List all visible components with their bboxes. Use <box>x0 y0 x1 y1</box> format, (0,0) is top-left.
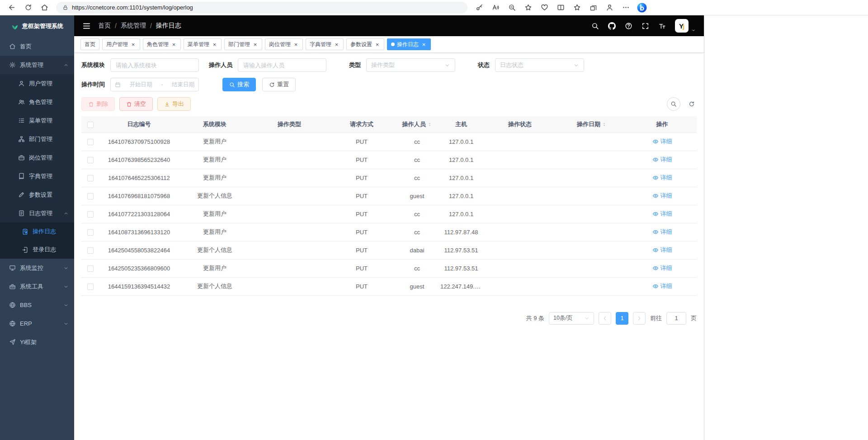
tab[interactable]: 菜单管理 × <box>184 38 222 50</box>
sidebar-item[interactable]: 部门管理 <box>0 130 74 148</box>
table-header-cell[interactable]: 主机 <box>439 116 484 132</box>
help-icon[interactable] <box>625 22 632 30</box>
home-button[interactable] <box>36 1 52 14</box>
sidebar-item[interactable]: 系统监控 <box>0 259 74 277</box>
table-header-cell[interactable]: 系统模块 <box>179 116 251 132</box>
sidebar-item[interactable]: 参数设置 <box>0 185 74 204</box>
toggle-search-button[interactable] <box>667 97 680 111</box>
sort-icon[interactable] <box>602 121 607 128</box>
row-checkbox[interactable] <box>87 247 94 254</box>
favorite-button[interactable] <box>520 1 536 14</box>
sidebar-item[interactable]: 角色管理 <box>0 93 74 111</box>
favorites-bar-button[interactable] <box>569 1 585 14</box>
tab-close-icon[interactable]: × <box>252 42 258 47</box>
user-avatar[interactable]: Yj <box>675 19 689 33</box>
avatar-caret-icon[interactable] <box>691 28 696 33</box>
copilot-button[interactable] <box>634 1 650 14</box>
sidebar-item[interactable]: BBS <box>0 296 74 314</box>
module-input[interactable] <box>110 58 199 72</box>
detail-link[interactable]: 详细 <box>652 282 672 290</box>
more-button[interactable] <box>618 1 634 14</box>
row-checkbox[interactable] <box>87 284 94 290</box>
row-checkbox[interactable] <box>87 229 94 236</box>
refresh-button[interactable] <box>20 1 36 14</box>
sidebar-item[interactable]: 日志管理 <box>0 204 74 222</box>
sidebar-item[interactable]: 系统管理 <box>0 56 74 74</box>
detail-link[interactable]: 详细 <box>652 210 672 218</box>
row-checkbox[interactable] <box>87 211 94 218</box>
sidebar-item[interactable]: 登录日志 <box>0 241 74 259</box>
table-header-cell[interactable]: 操作人员 <box>396 116 439 132</box>
tab[interactable]: 岗位管理 × <box>265 38 303 50</box>
sidebar-item[interactable]: 操作日志 <box>0 222 74 241</box>
tab-close-icon[interactable]: × <box>374 42 380 47</box>
split-button[interactable] <box>552 1 569 14</box>
search-button[interactable]: 搜索 <box>222 78 256 91</box>
page-size-select[interactable]: 10条/页 <box>549 312 594 325</box>
tab-close-icon[interactable]: × <box>421 42 427 47</box>
delete-button[interactable]: 删除 <box>81 97 115 111</box>
sort-icon[interactable] <box>427 121 432 128</box>
tab-close-icon[interactable]: × <box>130 42 136 47</box>
operator-input[interactable] <box>238 58 326 72</box>
table-header-cell[interactable]: 日志编号 <box>99 116 179 132</box>
person-button[interactable] <box>601 1 618 14</box>
clear-button[interactable]: 清空 <box>119 97 153 111</box>
tab[interactable]: 操作日志 × <box>387 38 431 50</box>
breadcrumb-home[interactable]: 首页 <box>98 22 111 30</box>
tab[interactable]: 部门管理 × <box>224 38 262 50</box>
type-select[interactable]: 操作类型 <box>366 58 455 72</box>
sidebar-item[interactable]: 字典管理 <box>0 167 74 185</box>
export-button[interactable]: 导出 <box>157 97 191 111</box>
detail-link[interactable]: 详细 <box>652 264 672 272</box>
sidebar-item[interactable]: 首页 <box>0 37 74 56</box>
fullscreen-icon[interactable] <box>642 22 649 30</box>
detail-link[interactable]: 详细 <box>652 137 672 146</box>
goto-page-input[interactable] <box>666 312 686 325</box>
sidebar-item[interactable]: 岗位管理 <box>0 148 74 167</box>
tab[interactable]: 角色管理 × <box>143 38 181 50</box>
table-header-cell[interactable]: 请求方式 <box>328 116 396 132</box>
tab[interactable]: 字典管理 × <box>306 38 344 50</box>
table-header-cell[interactable]: 操作 <box>627 116 697 132</box>
back-button[interactable] <box>4 1 20 14</box>
detail-link[interactable]: 详细 <box>652 246 672 254</box>
refresh-table-button[interactable] <box>687 99 697 109</box>
row-checkbox[interactable] <box>87 193 94 199</box>
prev-page-button[interactable] <box>599 312 611 325</box>
row-checkbox[interactable] <box>87 265 94 272</box>
sidebar-item[interactable]: ERP <box>0 314 74 333</box>
current-page[interactable]: 1 <box>616 312 628 325</box>
zoom-out-button[interactable] <box>504 1 520 14</box>
tab[interactable]: 首页 × <box>80 38 99 50</box>
sidebar-item[interactable]: 菜单管理 <box>0 111 74 130</box>
search-icon[interactable] <box>591 22 599 30</box>
sidebar-toggle-icon[interactable] <box>82 22 91 30</box>
key-button[interactable] <box>471 1 487 14</box>
address-bar[interactable]: https://ccnetcore.com:1101/system/log/op… <box>56 2 467 14</box>
tab-close-icon[interactable]: × <box>293 42 299 47</box>
detail-link[interactable]: 详细 <box>652 192 672 200</box>
sidebar-item[interactable]: 系统工具 <box>0 277 74 296</box>
table-header-cell[interactable]: 操作日期 <box>556 116 627 132</box>
row-checkbox[interactable] <box>87 139 94 145</box>
select-all-checkbox[interactable] <box>87 122 94 128</box>
sidebar-item[interactable]: Yi框架 <box>0 333 74 351</box>
reset-button[interactable]: 重置 <box>262 78 296 91</box>
github-icon[interactable] <box>608 22 616 30</box>
tab[interactable]: 参数设置 × <box>346 38 384 50</box>
date-range-picker[interactable]: 开始日期 - 结束日期 <box>110 78 199 91</box>
table-header-cell[interactable]: 操作状态 <box>484 116 556 132</box>
collections-button[interactable] <box>585 1 601 14</box>
row-checkbox[interactable] <box>87 175 94 181</box>
font-size-icon[interactable] <box>658 22 666 30</box>
table-header-cell[interactable]: 操作类型 <box>251 116 328 132</box>
tab-close-icon[interactable]: × <box>334 42 340 47</box>
next-page-button[interactable] <box>633 312 646 325</box>
detail-link[interactable]: 详细 <box>652 156 672 164</box>
status-select[interactable]: 日志状态 <box>495 58 584 72</box>
tab-close-icon[interactable]: × <box>171 42 177 47</box>
read-aloud-button[interactable] <box>487 1 504 14</box>
tab[interactable]: 用户管理 × <box>102 38 140 50</box>
row-checkbox[interactable] <box>87 157 94 163</box>
